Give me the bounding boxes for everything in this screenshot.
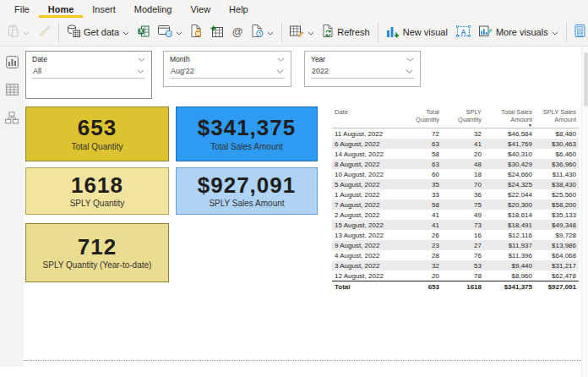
table-row[interactable]: 6 August, 20226341$41,769$30,463	[332, 139, 579, 149]
transform-data-button[interactable]	[286, 22, 318, 42]
table-cell: 28	[401, 250, 442, 260]
page-boundary-dotted-line	[24, 360, 581, 361]
table-cell: 36	[442, 189, 484, 199]
model-view-button[interactable]	[3, 111, 20, 128]
table-row[interactable]: 9 August, 20222327$11,937$13,986	[332, 240, 579, 250]
table-cell: $24,325	[484, 179, 535, 189]
document-clock-icon	[252, 25, 264, 39]
table-body: 11 August, 20227232$46,584$8,4806 August…	[332, 128, 579, 281]
table-row[interactable]: 7 August, 20225875$20,300$58,200	[332, 199, 579, 210]
chevron-down-icon[interactable]	[406, 55, 414, 63]
column-header[interactable]: Total Quantity	[401, 107, 442, 128]
data-view-icon	[6, 84, 19, 99]
table-cell: $20,300	[484, 199, 535, 210]
total-cell: Total	[332, 281, 401, 294]
column-header[interactable]: Date	[332, 107, 401, 128]
recent-sources-button[interactable]	[248, 21, 278, 42]
table-cell: $62,478	[535, 270, 579, 281]
kpi-card-total-quantity[interactable]: 653 Total Quantity	[25, 107, 169, 161]
excel-workbook-button[interactable]: X	[133, 22, 154, 42]
get-data-button[interactable]: Get data	[63, 21, 133, 42]
vertical-scrollbar[interactable]	[581, 47, 588, 377]
table-cell: $11,430	[535, 169, 579, 179]
get-data-label: Get data	[84, 27, 119, 37]
kpi-label: SPLY Quantity (Year-to-date)	[43, 260, 152, 270]
slicer-dropdown[interactable]: Aug'22	[170, 65, 285, 79]
table-row[interactable]: 4 August, 20222876$11,396$64,068	[332, 250, 579, 260]
model-view-icon	[5, 112, 19, 128]
table-row[interactable]: 5 August, 20223570$24,325$38,430	[332, 179, 579, 189]
sales-table[interactable]: DateTotal QuantitySPLY QuantityTotal Sal…	[332, 107, 579, 293]
table-total-row: Total6531618$341,375$927,091	[332, 281, 579, 294]
table-row[interactable]: 3 August, 20223253$9,440$31,217	[332, 260, 579, 270]
table-cell: 23	[401, 240, 442, 250]
table-cell: $58,200	[535, 199, 579, 210]
column-header[interactable]: SPLY Sales Amount	[535, 107, 579, 128]
text-box-button[interactable]: A	[452, 22, 475, 42]
column-header[interactable]: SPLY Quantity	[442, 107, 484, 128]
sql-server-button[interactable]	[187, 21, 206, 42]
chevron-down-icon[interactable]	[277, 55, 285, 63]
table-cell: 41	[401, 210, 442, 220]
table-row[interactable]: 10 August, 20226018$24,660$11,430	[332, 169, 579, 179]
table-row[interactable]: 13 August, 20222616$12,116$9,728	[332, 230, 579, 240]
slicer-value-text: 2022	[312, 67, 329, 75]
new-visual-button[interactable]: New visual	[382, 21, 452, 43]
refresh-button[interactable]: Refresh	[318, 21, 374, 42]
table-cell: 26	[401, 230, 442, 240]
table-row[interactable]: 14 August, 20225820$40,310$6,460	[332, 149, 579, 159]
total-cell: $927,091	[535, 281, 579, 294]
chevron-down-icon	[267, 27, 274, 37]
kpi-card-sply-quantity-ytd[interactable]: 712 SPLY Quantity (Year-to-date)	[25, 223, 169, 282]
kpi-card-sply-sales-amount[interactable]: $927,091 SPLY Sales Amount	[176, 167, 318, 215]
format-painter-button[interactable]	[34, 22, 55, 41]
slicer-year[interactable]: Year 2022	[304, 51, 421, 87]
table-row[interactable]: 11 August, 20227232$46,584$8,480	[332, 128, 579, 139]
kpi-card-total-sales-amount[interactable]: $341,375 Total Sales Amount	[176, 107, 318, 161]
table-row[interactable]: 12 August, 20222078$8,960$62,478	[332, 270, 579, 281]
report-view-button[interactable]	[3, 55, 20, 72]
table-row[interactable]: 15 August, 20224173$18,491$49,348	[332, 220, 579, 230]
table-row[interactable]: 8 August, 20226348$30,429$36,960	[332, 159, 579, 169]
menu-help[interactable]: Help	[220, 2, 258, 18]
datasets-hub-button[interactable]	[154, 22, 187, 42]
table-cell: $64,068	[535, 250, 579, 260]
menu-home[interactable]: Home	[39, 2, 84, 18]
slicer-value-text: Aug'22	[171, 67, 194, 75]
scrollbar-thumb[interactable]	[584, 52, 588, 107]
slicer-dropdown[interactable]: 2022	[311, 65, 414, 79]
enter-data-button[interactable]	[206, 22, 227, 42]
menu-modeling[interactable]: Modeling	[125, 2, 182, 18]
kpi-card-sply-quantity[interactable]: 1618 SPLY Quantity	[25, 167, 169, 215]
table-cell: 1 August, 2022	[332, 189, 401, 199]
dataverse-button[interactable]: @	[227, 22, 248, 42]
chevron-down-icon	[137, 67, 144, 75]
menu-file[interactable]: File	[5, 2, 39, 18]
menu-insert[interactable]: Insert	[83, 2, 125, 18]
enter-data-table-icon	[210, 25, 223, 39]
slicer-month[interactable]: Month Aug'22	[163, 51, 291, 87]
kpi-label: Total Sales Amount	[210, 142, 283, 151]
table-row[interactable]: 1 August, 20223336$22,044$25,560	[332, 189, 579, 199]
new-measure-button[interactable]	[570, 21, 588, 42]
more-visuals-button[interactable]: More visuals	[475, 21, 563, 42]
chevron-down-icon[interactable]	[138, 55, 145, 63]
table-cell: $22,044	[484, 189, 535, 199]
table-cell: 48	[442, 159, 484, 169]
slicer-title: Year	[311, 55, 325, 63]
table-cell: $30,429	[484, 159, 535, 169]
table-cell: $12,116	[484, 230, 535, 240]
menu-view[interactable]: View	[181, 2, 220, 18]
slicer-value-text: All	[33, 67, 41, 75]
report-view-icon	[6, 56, 19, 72]
document-lock-icon	[191, 25, 202, 39]
column-header[interactable]: Total Sales Amount▼	[484, 107, 535, 128]
table-row[interactable]: 2 August, 20224149$18,614$35,133	[332, 210, 579, 220]
slicer-date[interactable]: Date All	[25, 51, 152, 99]
slicer-dropdown[interactable]: All	[32, 65, 145, 79]
paste-button[interactable]	[3, 21, 34, 42]
table-cell: $24,660	[484, 169, 535, 179]
data-view-button[interactable]	[3, 83, 20, 100]
table-cell: 58	[401, 149, 442, 159]
slicer-title: Month	[170, 55, 190, 63]
